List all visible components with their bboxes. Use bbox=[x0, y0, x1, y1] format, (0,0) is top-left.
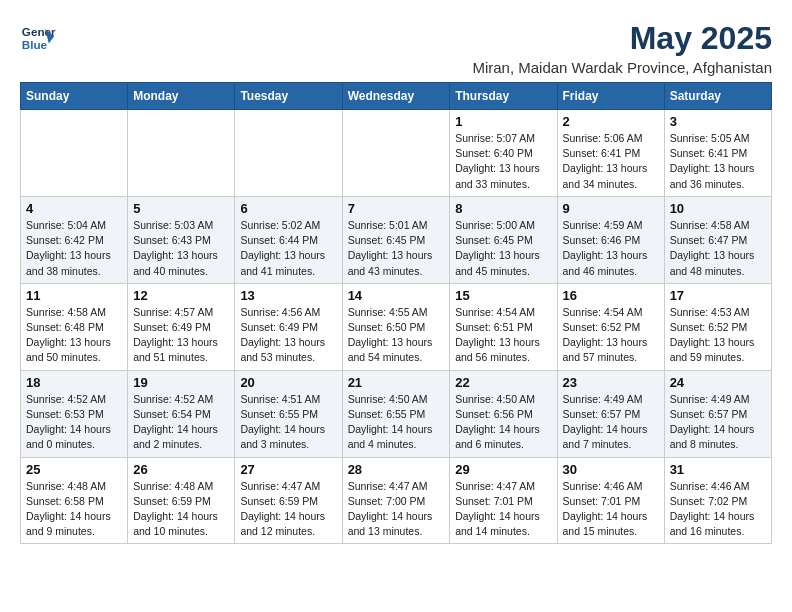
calendar-cell bbox=[128, 110, 235, 197]
day-number: 15 bbox=[455, 288, 551, 303]
day-info: Sunrise: 4:58 AM Sunset: 6:48 PM Dayligh… bbox=[26, 305, 122, 366]
calendar-cell bbox=[21, 110, 128, 197]
day-info: Sunrise: 4:59 AM Sunset: 6:46 PM Dayligh… bbox=[563, 218, 659, 279]
calendar-cell: 5Sunrise: 5:03 AM Sunset: 6:43 PM Daylig… bbox=[128, 196, 235, 283]
day-number: 13 bbox=[240, 288, 336, 303]
calendar-cell: 8Sunrise: 5:00 AM Sunset: 6:45 PM Daylig… bbox=[450, 196, 557, 283]
day-number: 2 bbox=[563, 114, 659, 129]
weekday-header-wednesday: Wednesday bbox=[342, 83, 450, 110]
day-info: Sunrise: 4:50 AM Sunset: 6:55 PM Dayligh… bbox=[348, 392, 445, 453]
calendar-table: SundayMondayTuesdayWednesdayThursdayFrid… bbox=[20, 82, 772, 544]
day-info: Sunrise: 4:57 AM Sunset: 6:49 PM Dayligh… bbox=[133, 305, 229, 366]
day-info: Sunrise: 5:05 AM Sunset: 6:41 PM Dayligh… bbox=[670, 131, 766, 192]
day-info: Sunrise: 4:47 AM Sunset: 6:59 PM Dayligh… bbox=[240, 479, 336, 540]
day-info: Sunrise: 4:48 AM Sunset: 6:59 PM Dayligh… bbox=[133, 479, 229, 540]
day-number: 5 bbox=[133, 201, 229, 216]
calendar-cell: 30Sunrise: 4:46 AM Sunset: 7:01 PM Dayli… bbox=[557, 457, 664, 544]
day-info: Sunrise: 5:07 AM Sunset: 6:40 PM Dayligh… bbox=[455, 131, 551, 192]
day-number: 25 bbox=[26, 462, 122, 477]
day-info: Sunrise: 4:47 AM Sunset: 7:00 PM Dayligh… bbox=[348, 479, 445, 540]
weekday-header-saturday: Saturday bbox=[664, 83, 771, 110]
day-number: 14 bbox=[348, 288, 445, 303]
day-number: 30 bbox=[563, 462, 659, 477]
day-number: 7 bbox=[348, 201, 445, 216]
calendar-cell: 19Sunrise: 4:52 AM Sunset: 6:54 PM Dayli… bbox=[128, 370, 235, 457]
location-title: Miran, Maidan Wardak Province, Afghanist… bbox=[472, 59, 772, 76]
day-number: 17 bbox=[670, 288, 766, 303]
day-info: Sunrise: 5:01 AM Sunset: 6:45 PM Dayligh… bbox=[348, 218, 445, 279]
day-info: Sunrise: 4:49 AM Sunset: 6:57 PM Dayligh… bbox=[563, 392, 659, 453]
day-info: Sunrise: 5:02 AM Sunset: 6:44 PM Dayligh… bbox=[240, 218, 336, 279]
calendar-cell: 7Sunrise: 5:01 AM Sunset: 6:45 PM Daylig… bbox=[342, 196, 450, 283]
day-info: Sunrise: 4:50 AM Sunset: 6:56 PM Dayligh… bbox=[455, 392, 551, 453]
logo: General Blue bbox=[20, 20, 56, 56]
week-row-5: 25Sunrise: 4:48 AM Sunset: 6:58 PM Dayli… bbox=[21, 457, 772, 544]
day-number: 26 bbox=[133, 462, 229, 477]
day-number: 4 bbox=[26, 201, 122, 216]
day-info: Sunrise: 4:55 AM Sunset: 6:50 PM Dayligh… bbox=[348, 305, 445, 366]
week-row-3: 11Sunrise: 4:58 AM Sunset: 6:48 PM Dayli… bbox=[21, 283, 772, 370]
calendar-cell: 11Sunrise: 4:58 AM Sunset: 6:48 PM Dayli… bbox=[21, 283, 128, 370]
day-number: 3 bbox=[670, 114, 766, 129]
day-number: 27 bbox=[240, 462, 336, 477]
day-info: Sunrise: 4:48 AM Sunset: 6:58 PM Dayligh… bbox=[26, 479, 122, 540]
day-number: 31 bbox=[670, 462, 766, 477]
calendar-cell: 6Sunrise: 5:02 AM Sunset: 6:44 PM Daylig… bbox=[235, 196, 342, 283]
title-area: May 2025 Miran, Maidan Wardak Province, … bbox=[472, 20, 772, 76]
day-info: Sunrise: 5:04 AM Sunset: 6:42 PM Dayligh… bbox=[26, 218, 122, 279]
day-number: 6 bbox=[240, 201, 336, 216]
day-number: 19 bbox=[133, 375, 229, 390]
day-info: Sunrise: 5:03 AM Sunset: 6:43 PM Dayligh… bbox=[133, 218, 229, 279]
day-number: 1 bbox=[455, 114, 551, 129]
calendar-cell: 23Sunrise: 4:49 AM Sunset: 6:57 PM Dayli… bbox=[557, 370, 664, 457]
day-number: 11 bbox=[26, 288, 122, 303]
calendar-cell: 18Sunrise: 4:52 AM Sunset: 6:53 PM Dayli… bbox=[21, 370, 128, 457]
weekday-header-thursday: Thursday bbox=[450, 83, 557, 110]
day-info: Sunrise: 5:06 AM Sunset: 6:41 PM Dayligh… bbox=[563, 131, 659, 192]
day-info: Sunrise: 4:46 AM Sunset: 7:02 PM Dayligh… bbox=[670, 479, 766, 540]
calendar-body: 1Sunrise: 5:07 AM Sunset: 6:40 PM Daylig… bbox=[21, 110, 772, 544]
day-info: Sunrise: 4:54 AM Sunset: 6:51 PM Dayligh… bbox=[455, 305, 551, 366]
calendar-cell: 9Sunrise: 4:59 AM Sunset: 6:46 PM Daylig… bbox=[557, 196, 664, 283]
calendar-cell: 15Sunrise: 4:54 AM Sunset: 6:51 PM Dayli… bbox=[450, 283, 557, 370]
day-info: Sunrise: 4:56 AM Sunset: 6:49 PM Dayligh… bbox=[240, 305, 336, 366]
day-number: 20 bbox=[240, 375, 336, 390]
day-number: 28 bbox=[348, 462, 445, 477]
day-info: Sunrise: 4:53 AM Sunset: 6:52 PM Dayligh… bbox=[670, 305, 766, 366]
day-number: 24 bbox=[670, 375, 766, 390]
day-info: Sunrise: 4:52 AM Sunset: 6:54 PM Dayligh… bbox=[133, 392, 229, 453]
day-info: Sunrise: 4:54 AM Sunset: 6:52 PM Dayligh… bbox=[563, 305, 659, 366]
page-header: General Blue May 2025 Miran, Maidan Ward… bbox=[20, 20, 772, 76]
calendar-cell: 3Sunrise: 5:05 AM Sunset: 6:41 PM Daylig… bbox=[664, 110, 771, 197]
day-number: 18 bbox=[26, 375, 122, 390]
day-info: Sunrise: 4:47 AM Sunset: 7:01 PM Dayligh… bbox=[455, 479, 551, 540]
calendar-cell: 26Sunrise: 4:48 AM Sunset: 6:59 PM Dayli… bbox=[128, 457, 235, 544]
day-info: Sunrise: 5:00 AM Sunset: 6:45 PM Dayligh… bbox=[455, 218, 551, 279]
calendar-cell: 13Sunrise: 4:56 AM Sunset: 6:49 PM Dayli… bbox=[235, 283, 342, 370]
day-number: 16 bbox=[563, 288, 659, 303]
day-info: Sunrise: 4:52 AM Sunset: 6:53 PM Dayligh… bbox=[26, 392, 122, 453]
day-number: 8 bbox=[455, 201, 551, 216]
calendar-cell: 2Sunrise: 5:06 AM Sunset: 6:41 PM Daylig… bbox=[557, 110, 664, 197]
day-info: Sunrise: 4:58 AM Sunset: 6:47 PM Dayligh… bbox=[670, 218, 766, 279]
calendar-cell: 28Sunrise: 4:47 AM Sunset: 7:00 PM Dayli… bbox=[342, 457, 450, 544]
weekday-header-monday: Monday bbox=[128, 83, 235, 110]
calendar-cell: 10Sunrise: 4:58 AM Sunset: 6:47 PM Dayli… bbox=[664, 196, 771, 283]
day-number: 9 bbox=[563, 201, 659, 216]
calendar-cell: 25Sunrise: 4:48 AM Sunset: 6:58 PM Dayli… bbox=[21, 457, 128, 544]
day-number: 12 bbox=[133, 288, 229, 303]
week-row-1: 1Sunrise: 5:07 AM Sunset: 6:40 PM Daylig… bbox=[21, 110, 772, 197]
weekday-header-tuesday: Tuesday bbox=[235, 83, 342, 110]
calendar-cell bbox=[342, 110, 450, 197]
svg-text:Blue: Blue bbox=[22, 38, 48, 51]
week-row-2: 4Sunrise: 5:04 AM Sunset: 6:42 PM Daylig… bbox=[21, 196, 772, 283]
weekday-header-sunday: Sunday bbox=[21, 83, 128, 110]
calendar-cell: 22Sunrise: 4:50 AM Sunset: 6:56 PM Dayli… bbox=[450, 370, 557, 457]
day-info: Sunrise: 4:49 AM Sunset: 6:57 PM Dayligh… bbox=[670, 392, 766, 453]
month-title: May 2025 bbox=[472, 20, 772, 57]
calendar-cell: 4Sunrise: 5:04 AM Sunset: 6:42 PM Daylig… bbox=[21, 196, 128, 283]
day-number: 21 bbox=[348, 375, 445, 390]
calendar-cell: 21Sunrise: 4:50 AM Sunset: 6:55 PM Dayli… bbox=[342, 370, 450, 457]
calendar-cell: 29Sunrise: 4:47 AM Sunset: 7:01 PM Dayli… bbox=[450, 457, 557, 544]
day-number: 23 bbox=[563, 375, 659, 390]
